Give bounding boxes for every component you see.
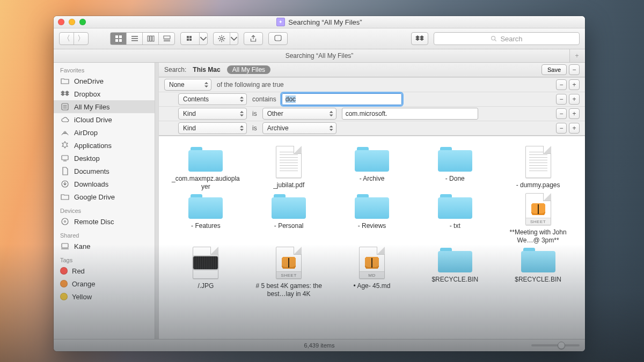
sidebar-section-devices: Devices [54, 203, 158, 215]
view-coverflow-button[interactable] [159, 33, 174, 45]
minimize-window-button[interactable] [69, 19, 75, 25]
tab[interactable]: Searching “All My Files” [286, 52, 354, 60]
desktop-wallpaper: ✦ Searching “All My Files” 〈 〉 [0, 0, 644, 362]
svg-rect-7 [148, 36, 149, 41]
result-item[interactable]: $RECYCLE.BIN [414, 247, 495, 298]
action-segment[interactable] [213, 32, 238, 45]
dropbox-button[interactable] [411, 32, 428, 45]
result-item[interactable]: $RECYCLE.BIN [497, 247, 579, 298]
slider-knob[interactable] [558, 342, 565, 349]
sidebar-item-downloads[interactable]: Downloads [54, 178, 158, 190]
svg-point-37 [64, 221, 66, 223]
back-button[interactable]: 〈 [60, 33, 74, 45]
image-icon [193, 247, 218, 279]
svg-rect-3 [119, 39, 122, 42]
result-item[interactable]: - Done [414, 146, 495, 191]
result-item[interactable]: - Features [165, 193, 246, 245]
sidebar-item-airdrop[interactable]: AirDrop [54, 126, 158, 139]
result-item[interactable]: SHEET**Meeting with John We…@ 3pm** [497, 193, 579, 245]
dropbox-icon [60, 89, 70, 99]
remove-row-button[interactable]: − [556, 79, 567, 90]
kind-select[interactable]: Archive [262, 122, 336, 134]
forward-button[interactable]: 〉 [74, 33, 88, 45]
attr-select[interactable]: Kind [178, 108, 247, 120]
svg-point-26 [492, 36, 495, 40]
kind-select[interactable]: Other [262, 108, 336, 120]
sidebar-item-kane[interactable]: Kane [54, 240, 158, 253]
svg-rect-14 [189, 36, 192, 38]
folder-icon [521, 247, 555, 272]
add-row-button[interactable]: + [569, 123, 580, 134]
view-mode-segment [110, 32, 175, 45]
search-scope-bar: Search: This Mac All My Files Save − [159, 63, 585, 77]
value-input[interactable]: com.microsoft. [342, 108, 478, 120]
arrange-segment[interactable] [180, 32, 208, 45]
result-label: _com.maxmpz.audioplayer [171, 175, 240, 191]
tags-button[interactable] [268, 32, 288, 45]
result-item[interactable]: _jubilat.pdf [248, 146, 330, 191]
sidebar-item-google-drive[interactable]: Google Drive [54, 190, 158, 203]
result-item[interactable]: _com.maxmpz.audioplayer [165, 146, 246, 191]
remove-row-button[interactable]: − [556, 123, 567, 134]
share-button[interactable] [244, 32, 263, 45]
result-item[interactable]: /.JPG [165, 247, 246, 298]
scope-this-mac[interactable]: This Mac [193, 66, 220, 73]
save-search-button[interactable]: Save [541, 64, 567, 75]
sidebar-item-onedrive[interactable]: OneDrive [54, 75, 158, 87]
icon-size-slider[interactable] [531, 344, 580, 346]
remove-criteria-button[interactable]: − [569, 64, 580, 75]
add-row-button[interactable]: + [569, 94, 580, 105]
view-icon-button[interactable] [111, 33, 127, 45]
disc-icon [60, 217, 70, 226]
result-item[interactable]: SHEET# 5 best 4K games: the best…lay in … [248, 247, 330, 298]
result-label: - dummy.pages [516, 181, 560, 189]
result-label: # 5 best 4K games: the best…lay in 4K [254, 282, 324, 298]
match-select[interactable]: None [164, 79, 211, 91]
remove-row-button[interactable]: − [556, 94, 567, 105]
attr-select[interactable]: Kind [178, 122, 247, 134]
results-area[interactable]: _com.maxmpz.audioplayer_jubilat.pdf- Arc… [159, 136, 585, 339]
result-item[interactable]: - Personal [248, 193, 330, 245]
document-icon: SHEET [276, 247, 302, 279]
sidebar-resize-handle[interactable] [155, 63, 158, 339]
sidebar-item-icloud-drive[interactable]: iCloud Drive [54, 113, 158, 126]
view-column-button[interactable] [143, 33, 159, 45]
sidebar-tag-orange[interactable]: Orange [54, 277, 158, 290]
document-icon: MD [359, 247, 385, 279]
desktop-icon [60, 153, 70, 163]
result-item[interactable]: - Reviews [332, 193, 413, 245]
search-field[interactable]: Search [434, 32, 580, 45]
sidebar-item-all-my-files[interactable]: All My Files [54, 100, 158, 113]
svg-line-22 [219, 36, 221, 38]
smart-folder-icon: ✦ [276, 18, 285, 26]
attr-select[interactable]: Contents [178, 93, 247, 105]
add-row-button[interactable]: + [569, 79, 580, 90]
svg-rect-16 [189, 39, 192, 41]
close-window-button[interactable] [58, 19, 64, 25]
new-tab-button[interactable]: + [569, 49, 584, 62]
sidebar-tag-yellow[interactable]: Yellow [54, 290, 158, 303]
scope-all-my-files[interactable]: All My Files [227, 65, 270, 74]
item-count: 6,439 items [304, 342, 335, 349]
result-label: - Reviews [358, 222, 386, 230]
view-list-button[interactable] [127, 33, 143, 45]
op-label: is [252, 124, 257, 132]
result-item[interactable]: - Archive [332, 146, 413, 191]
applications-icon [60, 141, 70, 150]
add-row-button[interactable]: + [569, 108, 580, 119]
svg-rect-12 [164, 41, 170, 41]
result-label: - txt [450, 222, 460, 230]
sidebar-tag-red[interactable]: Red [54, 264, 158, 277]
svg-rect-1 [119, 35, 122, 38]
remove-row-button[interactable]: − [556, 108, 567, 119]
sidebar-item-dropbox[interactable]: Dropbox [54, 87, 158, 100]
result-item[interactable]: MD• Age- 45.md [332, 247, 413, 298]
result-item[interactable]: - dummy.pages [497, 146, 579, 191]
sidebar-item-documents[interactable]: Documents [54, 165, 158, 178]
result-item[interactable]: - txt [414, 193, 495, 245]
value-input[interactable]: doc [282, 93, 402, 105]
sidebar-item-remote-disc[interactable]: Remote Disc [54, 215, 158, 228]
sidebar-item-applications[interactable]: Applications [54, 139, 158, 152]
zoom-window-button[interactable] [79, 19, 86, 25]
sidebar-item-desktop[interactable]: Desktop [54, 152, 158, 165]
